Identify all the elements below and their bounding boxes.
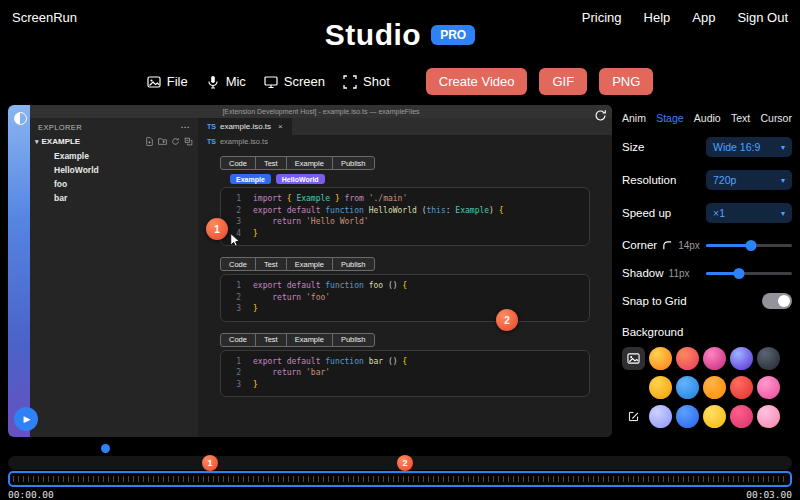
file-item-example[interactable]: Example (30, 149, 198, 163)
timeline-playhead[interactable] (101, 444, 110, 453)
play-button[interactable]: ▶ (14, 407, 38, 431)
timeline-marker-2[interactable]: 2 (397, 455, 413, 471)
file-item-helloworld[interactable]: HelloWorld (30, 163, 198, 177)
snap-to-grid-toggle[interactable] (762, 293, 792, 309)
slider-thumb[interactable] (745, 240, 756, 251)
background-swatch[interactable] (676, 405, 699, 428)
typescript-icon: TS (207, 138, 216, 145)
tab-cursor[interactable]: Cursor (760, 112, 792, 124)
source-shot-label: Shot (363, 74, 390, 89)
new-file-icon[interactable] (145, 137, 154, 146)
code-card-tab[interactable]: Code (220, 156, 256, 170)
code-card-tab[interactable]: Example (286, 333, 333, 347)
background-swatch[interactable] (757, 376, 780, 399)
source-screen-button[interactable]: Screen (264, 74, 325, 89)
code-card-tab[interactable]: Publish (332, 333, 375, 347)
background-swatch[interactable] (649, 347, 672, 370)
create-video-button[interactable]: Create Video (426, 68, 528, 95)
code-card-tab[interactable]: Test (255, 257, 287, 271)
background-swatch[interactable] (703, 376, 726, 399)
timeline-marker-track[interactable]: 1 2 (8, 456, 792, 470)
shadow-slider[interactable] (706, 267, 792, 280)
mouse-cursor-icon (227, 232, 242, 248)
source-file-button[interactable]: File (147, 74, 188, 89)
tab-stage[interactable]: Stage (656, 112, 683, 124)
shot-frame-icon (343, 75, 357, 89)
code-line: 1export default function bar () { (229, 356, 581, 368)
chevron-down-icon: ▾ (781, 143, 785, 152)
resolution-value: 720p (713, 174, 736, 186)
edit-background-button[interactable] (622, 405, 645, 428)
toggle-knob (778, 295, 790, 307)
code-line: 4} (229, 228, 581, 240)
background-swatch[interactable] (703, 405, 726, 428)
background-swatch[interactable] (730, 405, 753, 428)
line-number: 3 (229, 216, 241, 228)
refresh-explorer-icon[interactable] (171, 137, 180, 146)
window-title: [Extension Development Host] - example.i… (30, 105, 612, 118)
close-tab-icon[interactable]: × (278, 122, 283, 131)
tab-text[interactable]: Text (731, 112, 750, 124)
background-swatch[interactable] (730, 376, 753, 399)
code-line: 2export default function HelloWorld (thi… (229, 205, 581, 217)
explorer-sidebar: EXPLORER ⋯ ▾ EXAMPLE Example HelloWorld … (30, 118, 198, 437)
slider-thumb[interactable] (733, 268, 744, 279)
preview-visibility-toggle-icon[interactable] (14, 112, 27, 125)
speed-value: ×1 (713, 207, 725, 219)
file-item-bar[interactable]: bar (30, 191, 198, 205)
code-line: 2 return 'foo' (229, 292, 581, 304)
file-item-foo[interactable]: foo (30, 177, 198, 191)
new-folder-icon[interactable] (158, 137, 167, 146)
timeline-ruler[interactable] (8, 471, 792, 487)
source-shot-button[interactable]: Shot (343, 74, 390, 89)
background-row-customs (622, 405, 792, 428)
resolution-select[interactable]: 720p ▾ (706, 170, 792, 190)
code-card-tab[interactable]: Test (255, 333, 287, 347)
background-swatch[interactable] (649, 376, 672, 399)
code-card-tab[interactable]: Example (286, 156, 333, 170)
anim-step-marker-2[interactable]: 2 (496, 309, 518, 331)
speed-select[interactable]: ×1 ▾ (706, 203, 792, 223)
more-icon[interactable]: ⋯ (181, 122, 190, 132)
background-swatch[interactable] (757, 405, 780, 428)
code-card-tab[interactable]: Example (286, 257, 333, 271)
shadow-label: Shadow (622, 267, 664, 279)
export-png-button[interactable]: PNG (599, 68, 653, 95)
symbol-badge[interactable]: Example (230, 174, 271, 184)
background-image-button[interactable] (622, 347, 645, 370)
image-icon (627, 352, 640, 365)
tab-audio[interactable]: Audio (694, 112, 721, 124)
background-swatch[interactable] (703, 347, 726, 370)
source-mic-button[interactable]: Mic (206, 74, 246, 89)
source-mic-label: Mic (226, 74, 246, 89)
tab-anim[interactable]: Anim (622, 112, 646, 124)
tab-example-iso-ts[interactable]: TS example.iso.ts × (198, 118, 292, 135)
code-card-tab[interactable]: Publish (332, 257, 375, 271)
code-card-tab[interactable]: Publish (332, 156, 375, 170)
size-select[interactable]: Wide 16:9 ▾ (706, 137, 792, 157)
code-card-tab[interactable]: Code (220, 257, 256, 271)
symbol-badge-row: ExampleHelloWorld (230, 174, 588, 184)
background-swatch[interactable] (649, 405, 672, 428)
symbol-badge[interactable]: HelloWorld (276, 174, 325, 184)
code-card-tab[interactable]: Test (255, 156, 287, 170)
breadcrumb[interactable]: TS example.iso.ts (198, 135, 612, 148)
line-number: 2 (229, 292, 241, 304)
export-gif-button[interactable]: GIF (539, 68, 587, 95)
pro-badge: PRO (431, 25, 475, 45)
background-swatch[interactable] (757, 347, 780, 370)
code-card-tab[interactable]: Code (220, 333, 256, 347)
anim-step-marker-1[interactable]: 1 (206, 218, 228, 240)
corner-slider[interactable] (706, 239, 792, 252)
play-icon: ▶ (24, 414, 31, 424)
resolution-label: Resolution (622, 174, 676, 186)
video-preview-stage[interactable]: [Extension Development Host] - example.i… (8, 105, 612, 437)
background-swatch[interactable] (676, 376, 699, 399)
explorer-section-example[interactable]: ▾ EXAMPLE (30, 134, 198, 149)
code-block: 1export default function foo () {2 retur… (220, 274, 590, 322)
background-swatch[interactable] (730, 347, 753, 370)
refresh-preview-icon[interactable] (594, 109, 607, 122)
collapse-all-icon[interactable] (184, 137, 193, 146)
background-swatch[interactable] (676, 347, 699, 370)
timeline-marker-1[interactable]: 1 (202, 455, 218, 471)
